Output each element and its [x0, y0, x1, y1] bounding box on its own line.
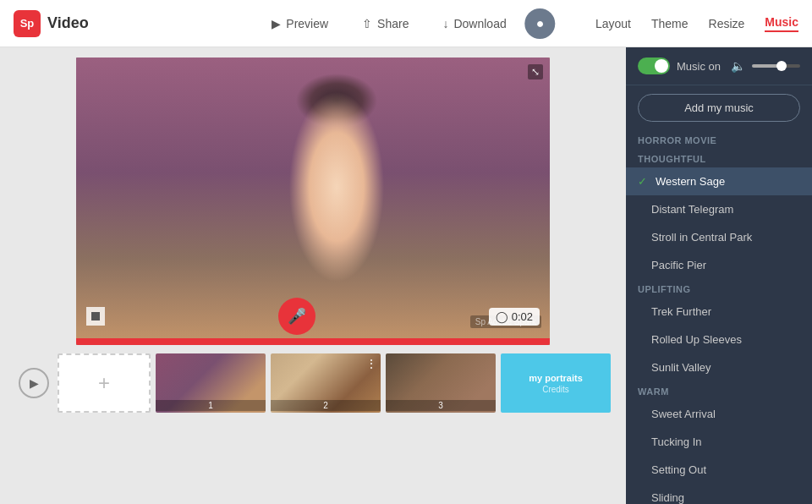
mic-button[interactable]: 🎤: [278, 298, 315, 335]
check-icon: ✓: [638, 175, 647, 188]
volume-knob[interactable]: [776, 61, 787, 71]
main-area: Sp Adobe Spark 🎤 ◯ 0:02 ▶ +: [0, 47, 812, 504]
music-item-label: Distant Telegram: [651, 203, 733, 216]
canvas-area: Sp Adobe Spark 🎤 ◯ 0:02 ▶ +: [0, 47, 626, 504]
thumbnail-credits[interactable]: my portraits Credits: [501, 353, 611, 413]
share-label: Share: [377, 17, 409, 30]
music-item-stroll-central-park[interactable]: Stroll in Central Park: [626, 223, 812, 251]
avatar-button[interactable]: ●: [525, 8, 556, 39]
topbar-right: Layout Theme Resize Music: [595, 15, 798, 32]
add-slide-button[interactable]: +: [58, 353, 151, 413]
category-horror: Horror Movie: [626, 130, 812, 149]
thumb-label-2: 2: [271, 400, 381, 411]
avatar-icon: ●: [536, 16, 545, 31]
music-toggle[interactable]: [638, 58, 670, 74]
share-button[interactable]: ⇧ Share: [347, 10, 424, 37]
share-icon: ⇧: [362, 17, 372, 30]
theme-nav[interactable]: Theme: [651, 17, 689, 30]
mic-icon: 🎤: [288, 307, 306, 326]
music-item-label: Rolled Up Sleeves: [651, 333, 742, 346]
music-item-sunlit-valley[interactable]: Sunlit Valley: [626, 353, 812, 381]
music-header: Music on 🔈: [626, 47, 812, 85]
music-item-distant-telegram[interactable]: Distant Telegram: [626, 195, 812, 223]
music-on-label: Music on: [677, 60, 721, 73]
time-display: 0:02: [512, 310, 533, 323]
preview-icon: ▶: [272, 17, 281, 30]
category-warm: Warm: [626, 381, 812, 400]
thumbnail-1[interactable]: 1: [156, 353, 266, 413]
resize-handle[interactable]: [528, 64, 543, 79]
music-item-label: Stroll in Central Park: [651, 231, 752, 244]
thumbnail-strip: ▶ + 1 ⋮ 2 3 my portraits Credits: [10, 353, 616, 413]
video-controls: 🎤 ◯ 0:02: [76, 298, 550, 345]
music-item-western-sage[interactable]: ✓ Western Sage: [626, 167, 812, 195]
topbar: Sp Video ▶ Preview ⇧ Share ↓ Download ● …: [0, 0, 812, 47]
music-item-trek-further[interactable]: Trek Further: [626, 298, 812, 326]
download-icon: ↓: [442, 17, 448, 30]
preview-button[interactable]: ▶ Preview: [256, 10, 343, 37]
volume-icon: 🔈: [731, 59, 745, 73]
music-item-sweet-arrival[interactable]: Sweet Arrival: [626, 400, 812, 428]
sp-logo: Sp: [14, 10, 41, 37]
thumb-label-3: 3: [386, 400, 496, 411]
credits-label: Credits: [542, 385, 569, 394]
download-label: Download: [453, 17, 506, 30]
music-item-label: Setting Out: [651, 463, 706, 476]
thumb-label-1: 1: [156, 400, 266, 411]
app-title: Video: [47, 14, 89, 32]
music-nav[interactable]: Music: [765, 15, 798, 32]
play-button[interactable]: ▶: [19, 368, 49, 398]
music-item-setting-out[interactable]: Setting Out: [626, 456, 812, 484]
resize-nav[interactable]: Resize: [709, 17, 745, 30]
music-item-label: Pacific Pier: [651, 259, 706, 271]
layout-nav[interactable]: Layout: [595, 17, 631, 30]
thumbnail-2[interactable]: ⋮ 2: [271, 353, 381, 413]
thumbnail-3[interactable]: 3: [386, 353, 496, 413]
preview-label: Preview: [286, 17, 328, 30]
stop-button[interactable]: [86, 307, 105, 326]
credits-text: my portraits: [529, 373, 583, 383]
play-area: ▶: [14, 368, 54, 398]
music-item-rolled-up-sleeves[interactable]: Rolled Up Sleeves: [626, 326, 812, 353]
music-item-label: Sunlit Valley: [651, 361, 711, 374]
music-item-label: Trek Further: [651, 305, 711, 318]
topbar-center: ▶ Preview ⇧ Share ↓ Download ●: [256, 8, 555, 39]
stop-icon: [91, 312, 100, 320]
right-panel: Music on 🔈 Add my music Horror Movie Tho…: [626, 47, 812, 504]
topbar-left: Sp Video: [14, 10, 89, 37]
time-badge: ◯ 0:02: [489, 308, 540, 326]
music-item-label: Sweet Arrival: [651, 408, 716, 420]
add-music-button[interactable]: Add my music: [638, 94, 800, 122]
category-uplifting: Uplifting: [626, 279, 812, 298]
music-item-label: Tucking In: [651, 436, 702, 448]
music-item-tucking-in[interactable]: Tucking In: [626, 428, 812, 456]
download-button[interactable]: ↓ Download: [427, 10, 521, 37]
music-item-pacific-pier[interactable]: Pacific Pier: [626, 251, 812, 279]
clock-icon: ◯: [496, 310, 508, 323]
category-thoughtful: Thoughtful: [626, 149, 812, 167]
toggle-thumb: [655, 59, 668, 73]
music-item-label: Western Sage: [656, 175, 725, 188]
thumb-menu-2[interactable]: ⋮: [365, 357, 377, 370]
volume-slider[interactable]: [752, 64, 800, 68]
music-item-label: Sliding: [651, 491, 684, 504]
music-item-sliding[interactable]: Sliding: [626, 484, 812, 504]
video-container: Sp Adobe Spark 🎤 ◯ 0:02: [76, 58, 550, 345]
